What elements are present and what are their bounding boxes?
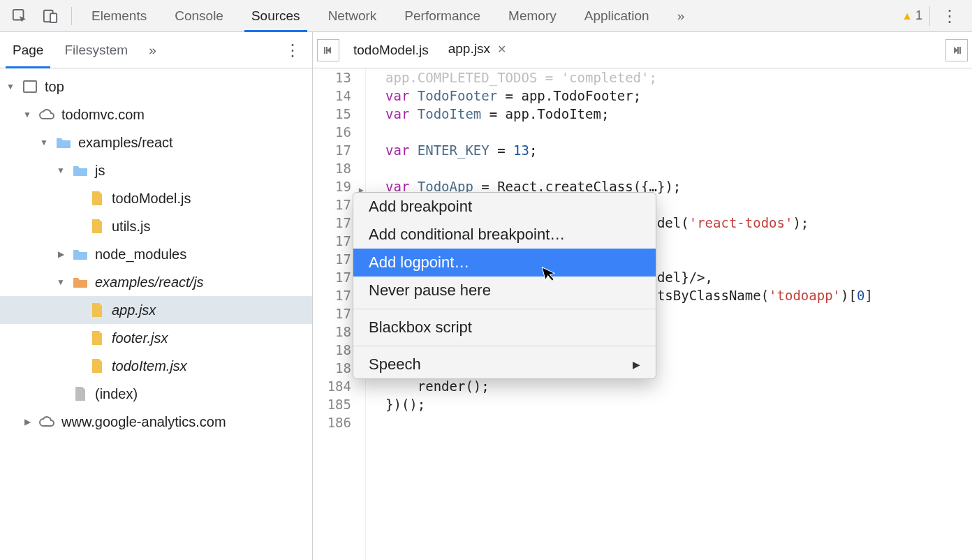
editor-tab-strip: todoModel.jsapp.jsx✕ [313, 32, 972, 68]
line-number[interactable]: 18 [313, 341, 351, 359]
tree-disclosure-icon[interactable]: ▼ [22, 110, 32, 119]
doc-yellow-icon [88, 302, 106, 318]
editor-nav-back-icon[interactable] [317, 39, 339, 61]
tab-console[interactable]: Console [162, 0, 236, 32]
devtools-settings-menu[interactable]: ⋮ [933, 6, 966, 26]
tree-disclosure-icon[interactable]: ▶ [56, 249, 66, 259]
code-line[interactable]: var TodoItem = app.TodoItem; [385, 105, 972, 123]
tree-disclosure-icon[interactable]: ▼ [56, 165, 66, 175]
cloud-icon [38, 415, 56, 428]
tree-row[interactable]: ▼examples/react [0, 128, 312, 156]
doc-yellow-icon [88, 358, 106, 374]
navigator-tabs-overflow[interactable]: » [142, 32, 163, 68]
line-number[interactable]: 17 [313, 232, 351, 250]
tab-application[interactable]: Application [572, 0, 662, 32]
line-number[interactable]: 17 [313, 196, 351, 214]
editor-tab-label: app.jsx [448, 41, 490, 57]
line-number[interactable]: 18 [313, 159, 351, 177]
line-number[interactable]: 17 [313, 268, 351, 286]
line-number[interactable]: 15 [313, 105, 351, 123]
tab-sources[interactable]: Sources [239, 0, 313, 32]
tree-row[interactable]: ▼js [0, 156, 312, 184]
tree-item-label: top [45, 79, 64, 95]
code-line[interactable]: })(); [385, 395, 972, 413]
line-number[interactable]: 19▶ [313, 177, 351, 196]
doc-yellow-icon [88, 219, 106, 234]
tree-item-label: examples/react [78, 135, 173, 151]
tree-row[interactable]: (index) [0, 380, 312, 408]
tree-row[interactable]: app.jsx [0, 296, 312, 324]
context-menu-item-label: Speech [369, 355, 421, 374]
tabs-overflow-button[interactable]: » [665, 0, 698, 32]
editor-nav-forward-icon[interactable] [945, 39, 968, 61]
line-number[interactable]: 17 [313, 286, 351, 304]
device-toolbar-icon[interactable] [36, 2, 64, 30]
tree-disclosure-icon[interactable]: ▼ [56, 277, 66, 287]
line-number[interactable]: 17 [313, 141, 351, 159]
line-number[interactable]: 17 [313, 250, 351, 268]
line-number[interactable]: 18 [313, 359, 351, 377]
navigator-tab-page[interactable]: Page [6, 32, 50, 68]
editor-tab[interactable]: todoModel.js [344, 32, 439, 68]
line-number[interactable]: 185 [313, 395, 351, 413]
tree-row[interactable]: ▼todomvc.com [0, 101, 312, 128]
line-number[interactable]: 13 [313, 68, 351, 87]
line-number[interactable]: 184 [313, 377, 351, 395]
doc-yellow-icon [88, 191, 106, 206]
line-number[interactable]: 17 [313, 304, 351, 323]
code-line[interactable] [385, 159, 972, 177]
file-tree: ▼top▼todomvc.com▼examples/react▼jstodoMo… [0, 68, 312, 436]
tab-performance[interactable]: Performance [392, 0, 493, 32]
line-number[interactable]: 14 [313, 87, 351, 105]
tree-row[interactable]: todoItem.jsx [0, 352, 312, 380]
warnings-count: 1 [915, 8, 922, 23]
line-number[interactable]: 16 [313, 123, 351, 141]
code-line[interactable]: app.COMPLETED_TODOS = 'completed'; [385, 68, 972, 87]
tree-disclosure-icon[interactable]: ▶ [22, 417, 32, 427]
code-line[interactable] [385, 413, 972, 432]
tab-memory[interactable]: Memory [496, 0, 569, 32]
tree-disclosure-icon[interactable]: ▼ [6, 82, 15, 91]
line-number[interactable]: 18 [313, 323, 351, 341]
menu-separator [353, 309, 656, 309]
tree-row[interactable]: footer.jsx [0, 324, 312, 352]
tree-item-label: www.google-analytics.com [61, 414, 226, 430]
editor-tab-label: todoModel.js [353, 43, 429, 58]
editor-tab[interactable]: app.jsx✕ [439, 32, 516, 68]
code-line[interactable] [385, 123, 972, 141]
tree-item-label: utils.js [112, 219, 151, 235]
tree-item-label: footer.jsx [112, 330, 168, 346]
tree-row[interactable]: ▶www.google-analytics.com [0, 408, 312, 436]
tree-row[interactable]: ▼top [0, 73, 312, 101]
tree-row[interactable]: ▼examples/react/js [0, 268, 312, 296]
context-menu-item[interactable]: Never pause here [353, 277, 656, 304]
code-line[interactable]: var ENTER_KEY = 13; [385, 141, 972, 159]
context-menu-item[interactable]: Blackbox script [353, 314, 656, 341]
warnings-badge[interactable]: ▲ 1 [901, 6, 930, 26]
menu-separator [353, 346, 656, 346]
tree-row[interactable]: ▶node_modules [0, 240, 312, 268]
navigator-menu-button[interactable]: ⋮ [279, 40, 307, 60]
line-number[interactable]: 17 [313, 214, 351, 232]
submenu-arrow-icon: ▶ [633, 359, 640, 370]
doc-yellow-icon [88, 330, 106, 346]
context-menu-item[interactable]: Add breakpoint [353, 193, 656, 221]
context-menu-item[interactable]: Speech▶ [353, 351, 656, 378]
inspect-element-icon[interactable] [6, 2, 34, 30]
line-number[interactable]: 186 [313, 413, 351, 432]
close-icon[interactable]: ✕ [497, 43, 506, 56]
code-line[interactable]: render(); [385, 377, 972, 395]
tab-elements[interactable]: Elements [79, 0, 159, 32]
code-line[interactable]: var TodoFooter = app.TodoFooter; [385, 87, 972, 105]
context-menu-item-label: Add conditional breakpoint… [369, 226, 565, 244]
tab-network[interactable]: Network [316, 0, 390, 32]
divider [71, 7, 72, 25]
tree-row[interactable]: utils.js [0, 212, 312, 240]
navigator-tab-filesystem[interactable]: Filesystem [57, 32, 135, 68]
context-menu-item[interactable]: Add logpoint… [353, 249, 656, 277]
context-menu-item[interactable]: Add conditional breakpoint… [353, 221, 656, 249]
tree-row[interactable]: todoModel.js [0, 184, 312, 212]
svg-rect-2 [50, 13, 57, 22]
tree-disclosure-icon[interactable]: ▼ [39, 138, 49, 147]
tree-item-label: todomvc.com [61, 107, 145, 123]
